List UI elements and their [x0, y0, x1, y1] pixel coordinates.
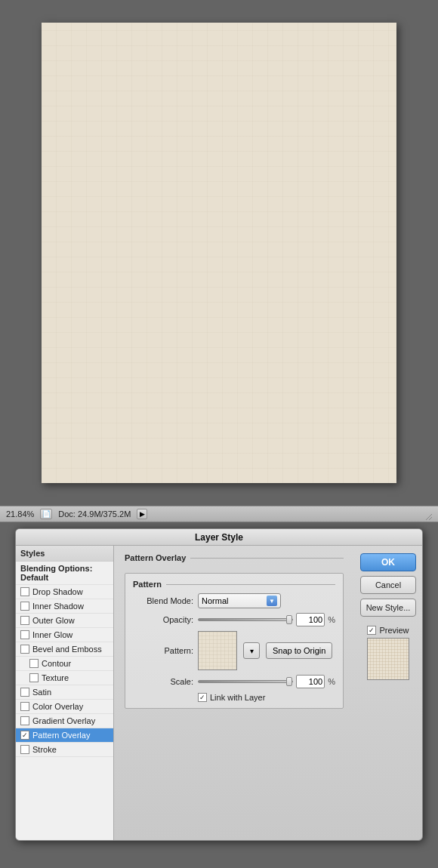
opacity-percent: %	[328, 615, 335, 624]
pattern-label: Pattern:	[133, 646, 193, 655]
status-arrow[interactable]: ▶	[137, 509, 147, 519]
status-icon: 📄	[40, 509, 52, 519]
canvas-document	[42, 23, 396, 483]
link-with-layer-row: ✓ Link with Layer	[133, 693, 335, 702]
pattern-preview-swatch[interactable]	[198, 631, 237, 670]
pattern-row: ▾ Snap to Origin	[198, 631, 332, 670]
scale-percent: %	[328, 677, 335, 686]
preview-label-text: Preview	[379, 626, 409, 635]
scale-input[interactable]	[296, 675, 325, 688]
styles-header: Styles	[16, 546, 113, 562]
preview-checkbox[interactable]: ✓	[367, 626, 376, 635]
link-with-layer-label: Link with Layer	[210, 693, 265, 702]
inner-shadow-checkbox[interactable]	[20, 602, 29, 611]
pattern-picker-btn[interactable]: ▾	[243, 642, 260, 659]
svg-line-1	[429, 517, 432, 520]
blend-mode-value: Normal	[202, 596, 228, 605]
zoom-level: 21.84%	[6, 509, 34, 519]
snap-to-origin-label: Snap to Origin	[273, 646, 325, 655]
preview-thumbnail	[367, 638, 409, 680]
opacity-slider-thumb[interactable]	[286, 615, 292, 624]
scale-slider-container: %	[198, 675, 335, 688]
pattern-overlay-title-row: Pattern Overlay	[125, 553, 344, 562]
status-bar: 21.84% 📄 Doc: 24.9M/375.2M ▶	[0, 506, 438, 522]
scale-slider-track[interactable]	[198, 680, 293, 683]
bevel-emboss-checkbox[interactable]	[20, 645, 29, 654]
dialog-wrapper: Layer Style Styles Blending Options: Def…	[0, 522, 438, 850]
color-overlay-checkbox[interactable]	[20, 702, 29, 711]
blend-mode-arrow: ▼	[267, 596, 277, 606]
styles-item-color-overlay[interactable]: Color Overlay	[16, 700, 113, 714]
opacity-label: Opacity:	[133, 615, 193, 624]
contour-checkbox[interactable]	[29, 659, 39, 668]
pattern-title-row: Pattern	[133, 580, 335, 589]
pattern-overlay-checkbox[interactable]: ✓	[20, 731, 29, 740]
svg-line-0	[426, 514, 432, 520]
dialog-titlebar: Layer Style	[16, 529, 422, 546]
satin-checkbox[interactable]	[20, 688, 29, 697]
resize-handle	[420, 508, 432, 520]
drop-shadow-checkbox[interactable]	[20, 587, 29, 596]
styles-item-texture[interactable]: Texture	[16, 671, 113, 685]
snap-to-origin-btn[interactable]: Snap to Origin	[266, 642, 332, 659]
styles-item-contour[interactable]: Contour	[16, 657, 113, 671]
pattern-controls: ▾	[243, 642, 260, 659]
styles-item-pattern-overlay[interactable]: ✓ Pattern Overlay	[16, 728, 113, 743]
canvas-area	[0, 0, 438, 506]
layer-style-dialog: Layer Style Styles Blending Options: Def…	[15, 528, 423, 841]
styles-item-blending[interactable]: Blending Options: Default	[16, 562, 113, 585]
bottom-space	[125, 715, 344, 833]
scale-slider-thumb[interactable]	[286, 677, 292, 686]
styles-item-stroke[interactable]: Stroke	[16, 743, 113, 757]
pattern-section-divider	[166, 584, 335, 585]
section-divider	[190, 558, 344, 559]
opacity-slider-track[interactable]	[198, 618, 293, 621]
preview-label-row: ✓ Preview	[367, 626, 409, 635]
blend-mode-select[interactable]: Normal ▼	[198, 593, 281, 608]
link-with-layer-checkbox[interactable]: ✓	[198, 693, 207, 702]
styles-item-outer-glow[interactable]: Outer Glow	[16, 614, 113, 628]
styles-item-inner-glow[interactable]: Inner Glow	[16, 628, 113, 642]
doc-info: Doc: 24.9M/375.2M	[58, 509, 131, 519]
inner-glow-checkbox[interactable]	[20, 630, 29, 639]
cancel-button[interactable]: Cancel	[360, 576, 416, 594]
new-style-button[interactable]: New Style...	[360, 599, 416, 617]
dialog-body: Styles Blending Options: Default Drop Sh…	[16, 546, 422, 840]
options-panel: Pattern Overlay Pattern Blend Mode: Norm…	[114, 546, 354, 840]
scale-label: Scale:	[133, 677, 193, 686]
opacity-slider-container: %	[198, 613, 335, 626]
pattern-section-title: Pattern	[133, 580, 162, 589]
outer-glow-checkbox[interactable]	[20, 616, 29, 625]
styles-panel: Styles Blending Options: Default Drop Sh…	[16, 546, 114, 840]
blend-mode-row: Blend Mode: Normal ▼	[133, 593, 335, 608]
styles-item-gradient-overlay[interactable]: Gradient Overlay	[16, 714, 113, 728]
opacity-row: Opacity: %	[133, 613, 335, 626]
styles-item-bevel-emboss[interactable]: Bevel and Emboss	[16, 642, 113, 657]
pattern-preview-row: Pattern: ▾ Snap to Origin	[133, 631, 335, 670]
pattern-section-box: Pattern Blend Mode: Normal ▼ Opacity:	[125, 573, 344, 709]
styles-item-drop-shadow[interactable]: Drop Shadow	[16, 585, 113, 599]
styles-item-satin[interactable]: Satin	[16, 685, 113, 700]
scale-row: Scale: %	[133, 675, 335, 688]
opacity-input[interactable]	[296, 613, 325, 626]
buttons-panel: OK Cancel New Style... ✓ Preview	[354, 546, 422, 840]
blend-mode-label: Blend Mode:	[133, 596, 193, 605]
pattern-overlay-section-title: Pattern Overlay	[125, 553, 186, 562]
dialog-title: Layer Style	[195, 532, 243, 543]
preview-section: ✓ Preview	[360, 626, 416, 680]
ok-button[interactable]: OK	[360, 553, 416, 571]
styles-item-inner-shadow[interactable]: Inner Shadow	[16, 599, 113, 614]
gradient-overlay-checkbox[interactable]	[20, 716, 29, 725]
stroke-checkbox[interactable]	[20, 745, 29, 754]
texture-checkbox[interactable]	[29, 673, 39, 682]
